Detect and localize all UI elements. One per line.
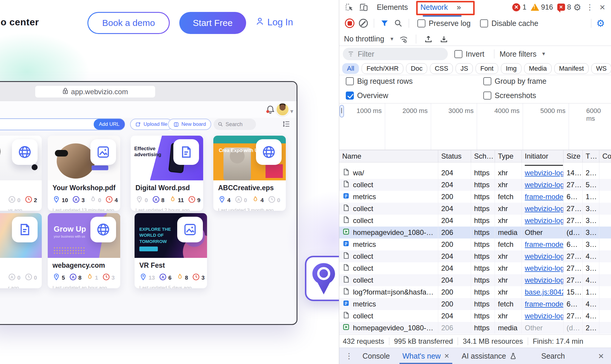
network-settings-gear-icon[interactable]: ⚙ [594, 17, 607, 30]
table-row[interactable]: homepagevideo_1080-1…206httpsmediaOther(… [339, 227, 611, 238]
close-drawer-icon[interactable]: × [595, 351, 607, 362]
drawer-kebab-icon[interactable]: ⋮ [343, 351, 355, 361]
table-row[interactable]: metrics200httpsfetchframe-mode6…4… [339, 298, 611, 310]
file-card[interactable]: Grow Upyour business with uswebagency.co… [48, 213, 120, 288]
error-count[interactable]: ✕1 [512, 3, 526, 11]
file-card[interactable]: A02ys ago [0, 136, 42, 211]
file-card[interactable]: made to A00r ago [0, 213, 42, 288]
file-card[interactable]: Effective advertisingDigital Word.psd0A8… [131, 136, 203, 211]
settings-gear-icon[interactable]: ⚙ [571, 1, 584, 13]
device-toolbar-icon[interactable] [357, 1, 370, 13]
bell-icon[interactable] [265, 104, 275, 116]
big-request-rows-checkbox[interactable]: Big request rows [346, 77, 413, 86]
table-row[interactable]: collect204httpsxhrwebvizio-log27…3… [339, 215, 611, 227]
table-row[interactable]: collect204httpsxhrwebvizio-log27…5… [339, 179, 611, 191]
initiator-link[interactable]: webvizio-log [525, 205, 564, 213]
column-header-name[interactable]: Name [339, 150, 438, 162]
table-row[interactable]: metrics200httpsfetchframe-mode6…1… [339, 191, 611, 203]
tab-network[interactable]: Network [415, 0, 453, 14]
initiator-link[interactable]: webvizio-log [525, 252, 564, 261]
initiator-link[interactable]: base.js:8042 [525, 288, 564, 296]
group-by-frame-checkbox[interactable]: Group by frame [483, 77, 547, 86]
chip-doc[interactable]: Doc [406, 63, 427, 74]
initiator-link[interactable]: webvizio-log [525, 181, 564, 189]
network-conditions-icon[interactable] [397, 33, 410, 45]
upload-file-button[interactable]: Upload file [130, 119, 173, 130]
table-row[interactable]: homepagevideo_1080-1…206httpsmediaOther(… [339, 322, 611, 334]
kebab-menu-icon[interactable]: ⋮ [584, 1, 596, 13]
initiator-link[interactable]: frame-mode [525, 300, 563, 308]
record-network-log-icon[interactable] [343, 17, 356, 30]
table-row[interactable]: collect204httpsxhrwebvizio-log27…4… [339, 310, 611, 322]
initiator-link[interactable]: webvizio-log [525, 216, 564, 225]
chip-ws[interactable]: WS [591, 63, 611, 74]
drawer-tab-ai-assistance[interactable]: AI assistance [457, 348, 522, 364]
app-search-input[interactable]: Search [214, 119, 256, 130]
initiator-link[interactable]: webvizio-log [525, 169, 564, 177]
preserve-log-checkbox[interactable]: Preserve log [417, 19, 470, 28]
overview-grip[interactable] [340, 105, 344, 117]
table-row[interactable]: collect204httpsxhrwebvizio-log27…3… [339, 262, 611, 274]
chip-css[interactable]: CSS [430, 63, 453, 74]
invert-checkbox[interactable]: Invert [454, 50, 485, 58]
drawer-tab-search[interactable]: Search [536, 348, 570, 364]
clear-network-log-icon[interactable] [357, 17, 370, 30]
import-har-icon[interactable] [422, 33, 435, 45]
column-header-co[interactable]: Co… [599, 150, 611, 162]
table-row[interactable]: collect204httpsxhrwebvizio-log27…4… [339, 250, 611, 262]
table-row[interactable]: metrics200httpsfetchframe-mode6…3… [339, 238, 611, 250]
table-row[interactable]: wa/204httpsxhrwebvizio-log14…2… [339, 167, 611, 179]
export-har-icon[interactable] [438, 33, 450, 45]
chip-manifest[interactable]: Manifest [554, 63, 589, 74]
file-card[interactable]: Your Workshop.pdf10A304Last updated 13 m… [48, 136, 120, 211]
column-header-size[interactable]: Size [564, 150, 583, 162]
overview-checkbox[interactable]: Overview [346, 91, 388, 100]
initiator-link[interactable]: webvizio-log [525, 264, 564, 272]
sort-icon[interactable] [283, 120, 290, 129]
chip-all[interactable]: All [342, 63, 359, 74]
avatar[interactable] [276, 103, 289, 116]
tab-elements[interactable]: Elements [371, 0, 413, 14]
chip-font[interactable]: Font [476, 63, 498, 74]
timeline-overview[interactable] [339, 117, 611, 150]
login-button[interactable]: Log In [255, 17, 293, 28]
book-demo-button[interactable]: Book a demo [87, 12, 170, 34]
initiator-link[interactable]: webvizio-log [525, 276, 564, 284]
issues-count[interactable]: ✕8 [557, 3, 571, 11]
column-header-status[interactable]: Status [438, 150, 471, 162]
chip-img[interactable]: Img [501, 63, 521, 74]
column-header-initiator[interactable]: Initiator [522, 150, 564, 162]
drawer-tab-console[interactable]: Console [358, 348, 395, 364]
table-row[interactable]: log?format=json&hasfa…200httpsxhrbase.js… [339, 286, 611, 298]
disable-cache-checkbox[interactable]: Disable cache [480, 19, 538, 28]
new-board-button[interactable]: New board [168, 119, 211, 130]
chip-media[interactable]: Media [524, 63, 552, 74]
initiator-link[interactable]: webvizio-log [525, 312, 564, 320]
more-filters-button[interactable]: More filters [500, 50, 537, 58]
warning-count[interactable]: 916 [531, 3, 553, 11]
column-header-type[interactable]: Type [495, 150, 522, 162]
drawer-tab-whats-new[interactable]: What's new× [398, 348, 454, 364]
address-bar[interactable]: app.webvizio.com [35, 86, 155, 97]
table-header-row[interactable]: NameStatusSch…TypeInitiatorSizeT…Co… [339, 150, 611, 162]
close-tab-icon[interactable]: × [444, 351, 449, 361]
table-row[interactable]: collect204httpsxhrwebvizio-log27…4… [339, 274, 611, 286]
table-row[interactable]: collect204httpsxhrwebvizio-log27…3… [339, 203, 611, 215]
inspect-element-icon[interactable] [343, 1, 355, 13]
search-network-icon[interactable] [392, 17, 405, 30]
screenshots-checkbox[interactable]: Screenshots [483, 91, 536, 100]
column-header-sch[interactable]: Sch… [471, 150, 495, 162]
chip-js[interactable]: JS [456, 63, 473, 74]
filter-input[interactable]: Filter [343, 48, 448, 60]
chevron-down-icon[interactable]: ▾ [290, 108, 293, 115]
start-free-button[interactable]: Start Free [179, 12, 246, 34]
more-tabs-icon[interactable]: » [455, 0, 463, 14]
column-header-t[interactable]: T… [583, 150, 599, 162]
initiator-link[interactable]: frame-mode [525, 240, 563, 249]
initiator-link[interactable]: frame-mode [525, 193, 563, 201]
close-devtools-icon[interactable]: × [596, 1, 609, 13]
add-url-button[interactable]: Add URL [94, 119, 125, 130]
filter-funnel-icon[interactable] [378, 17, 391, 30]
throttling-select[interactable]: No throttling [344, 35, 384, 43]
file-card[interactable]: Crea Expo with UsABCCreative.eps4A040Las… [213, 136, 286, 211]
